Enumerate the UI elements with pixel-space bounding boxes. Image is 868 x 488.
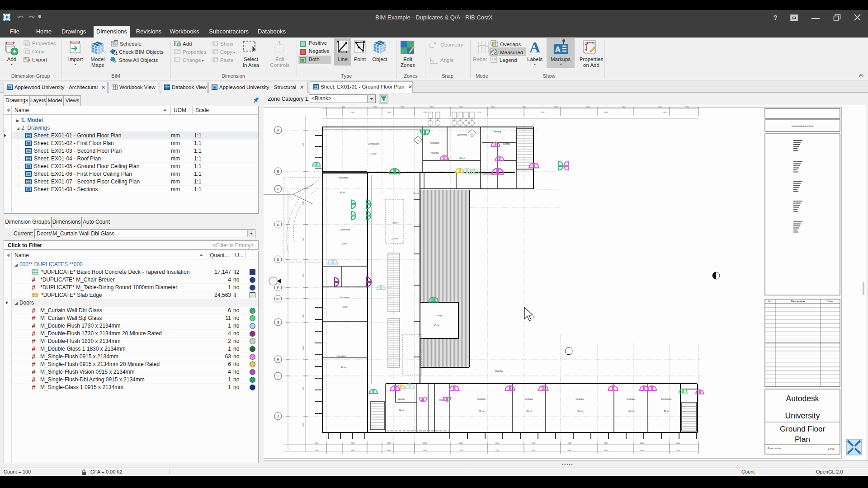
svg-text:42 m²: 42 m² (459, 157, 465, 160)
svg-text:2040: 2040 (302, 314, 304, 318)
svg-text:E: E (277, 258, 279, 261)
svg-text:1350: 1350 (495, 450, 499, 451)
svg-text:#: # (32, 376, 36, 382)
svg-text:1350: 1350 (351, 450, 354, 451)
svg-text:1350: 1350 (640, 450, 644, 451)
svg-text:Foyer: Foyer (392, 221, 398, 224)
svg-text:45 m²: 45 m² (340, 192, 345, 194)
svg-text:2040: 2040 (302, 238, 304, 241)
svg-text:G: G (277, 321, 279, 324)
svg-text:2040: 2040 (315, 442, 318, 444)
svg-text:1350: 1350 (663, 112, 666, 113)
svg-text:#: # (32, 315, 36, 321)
svg-text:45 m²: 45 m² (434, 324, 439, 327)
svg-text:1350: 1350 (315, 450, 318, 451)
svg-text:63 m²: 63 m² (479, 410, 484, 413)
svg-text:#: # (32, 353, 36, 359)
svg-text:#: # (533, 315, 535, 320)
svg-text:#: # (32, 323, 36, 328)
svg-text:Lounge: Lounge (398, 398, 405, 400)
svg-text:Storage: Storage (503, 143, 510, 145)
svg-text:1350: 1350 (532, 450, 535, 451)
svg-text:1350: 1350 (423, 112, 427, 113)
svg-text:20 m²: 20 m² (341, 243, 347, 245)
svg-text:#: # (32, 384, 36, 390)
svg-text:Innovation: Innovation (339, 177, 349, 179)
svg-text:#: # (32, 307, 36, 313)
svg-text:A: A (555, 45, 561, 54)
svg-text:No.: No. (768, 300, 772, 303)
svg-text:2040: 2040 (302, 143, 304, 146)
svg-text:1350: 1350 (676, 450, 680, 451)
svg-text:2040: 2040 (676, 442, 680, 444)
svg-text:EX/01: EX/01 (828, 447, 834, 450)
svg-text:1350: 1350 (622, 106, 626, 108)
svg-text:Description: Description (791, 300, 805, 303)
svg-text:2040: 2040 (495, 442, 499, 444)
svg-text:Plan: Plan (795, 435, 810, 444)
svg-text:1350: 1350 (387, 450, 391, 451)
svg-text:Date: Date (827, 300, 833, 303)
svg-text:1350: 1350 (541, 112, 544, 113)
svg-text:#: # (32, 361, 36, 367)
svg-text:Conference: Conference (340, 229, 350, 231)
svg-text:47 m²: 47 m² (664, 410, 669, 413)
svg-text:2040: 2040 (604, 442, 608, 444)
svg-text:Meeting: Meeting (494, 131, 501, 133)
svg-text:#: # (32, 277, 36, 282)
svg-text:2040: 2040 (302, 346, 304, 350)
svg-text:Incubator: Incubator (576, 398, 585, 400)
svg-text:Gymnasium: Gymnasium (368, 143, 379, 145)
svg-text:1350: 1350 (459, 450, 463, 451)
svg-text:F: F (277, 286, 279, 289)
svg-text:1350: 1350 (586, 106, 590, 108)
svg-text:1350: 1350 (423, 450, 427, 451)
svg-text:#: # (32, 338, 36, 344)
svg-text:2040: 2040 (423, 442, 427, 444)
svg-text:86 m²: 86 m² (413, 192, 419, 195)
svg-text:#: # (32, 284, 36, 290)
svg-text:1350: 1350 (685, 106, 689, 108)
svg-text:1350: 1350 (351, 112, 354, 113)
svg-text:1350: 1350 (477, 112, 481, 113)
svg-text:1350: 1350 (554, 106, 558, 108)
svg-text:Ground Floor: Ground Floor (780, 425, 825, 433)
svg-text:H: H (277, 358, 279, 361)
svg-text:24 m²: 24 m² (399, 409, 404, 412)
svg-text:50 m²: 50 m² (577, 410, 583, 413)
svg-text:48 m²: 48 m² (341, 366, 346, 369)
svg-text:Incubator: Incubator (477, 398, 486, 400)
svg-text:40 m²: 40 m² (342, 306, 348, 308)
svg-text:1350: 1350 (387, 112, 391, 113)
svg-text:I: I (278, 375, 278, 378)
svg-text:D: D (277, 223, 279, 226)
svg-text:2040: 2040 (302, 423, 304, 427)
svg-text:277 m²: 277 m² (392, 238, 398, 240)
svg-text:Innovation: Innovation (337, 355, 346, 357)
svg-text:2040: 2040 (568, 442, 571, 444)
svg-text:143 m²: 143 m² (370, 153, 377, 155)
svg-text:Conference: Conference (457, 134, 467, 136)
svg-text:2040: 2040 (302, 202, 304, 205)
svg-text:1350: 1350 (604, 112, 608, 113)
svg-text:Reception: Reception (430, 142, 440, 144)
svg-text:2040: 2040 (640, 442, 644, 444)
svg-text:2040: 2040 (302, 274, 304, 277)
svg-text:Autodesk: Autodesk (786, 394, 819, 403)
svg-text:?: ? (773, 14, 777, 21)
svg-text:1350: 1350 (373, 106, 377, 108)
svg-text:Innovation: Innovation (340, 296, 350, 299)
svg-text:Incubator: Incubator (525, 398, 533, 400)
svg-text:2040: 2040 (459, 442, 463, 444)
svg-text:45 m²: 45 m² (628, 410, 634, 413)
svg-text:Incubator: Incubator (627, 398, 636, 400)
svg-text:J: J (277, 415, 279, 418)
svg-text:2040: 2040 (532, 442, 535, 444)
svg-text:58 m²: 58 m² (526, 410, 532, 413)
svg-text:Lounge: Lounge (435, 314, 443, 317)
svg-text:1350: 1350 (342, 106, 345, 108)
svg-text:#: # (32, 330, 36, 336)
svg-text:Kit/Serve: Kit/Serve (431, 152, 439, 154)
svg-text:#: # (32, 346, 36, 352)
svg-text:Project number: Project number (768, 447, 782, 450)
